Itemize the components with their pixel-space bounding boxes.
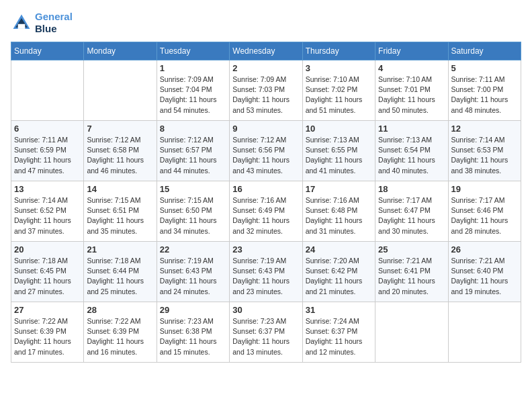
day-number: 7	[87, 124, 153, 134]
logo: General Blue	[11, 11, 73, 35]
calendar-cell: 21Sunrise: 7:18 AMSunset: 6:44 PMDayligh…	[84, 242, 157, 302]
calendar-cell: 1Sunrise: 7:09 AMSunset: 7:04 PMDaylight…	[157, 60, 229, 121]
day-number: 17	[306, 184, 372, 194]
logo-text: General Blue	[35, 11, 73, 35]
day-info: Sunrise: 7:21 AMSunset: 6:41 PMDaylight:…	[378, 256, 445, 297]
calendar-cell: 14Sunrise: 7:15 AMSunset: 6:51 PMDayligh…	[84, 181, 157, 242]
day-number: 3	[306, 63, 372, 73]
calendar-cell: 28Sunrise: 7:22 AMSunset: 6:39 PMDayligh…	[84, 302, 157, 363]
day-info: Sunrise: 7:14 AMSunset: 6:53 PMDaylight:…	[451, 135, 518, 176]
svg-rect-2	[18, 24, 26, 29]
day-number: 1	[160, 63, 226, 73]
calendar-cell: 7Sunrise: 7:12 AMSunset: 6:58 PMDaylight…	[84, 121, 157, 181]
day-info: Sunrise: 7:18 AMSunset: 6:44 PMDaylight:…	[87, 256, 153, 297]
day-info: Sunrise: 7:21 AMSunset: 6:40 PMDaylight:…	[451, 256, 518, 297]
day-info: Sunrise: 7:14 AMSunset: 6:52 PMDaylight:…	[14, 195, 81, 236]
calendar-body: 1Sunrise: 7:09 AMSunset: 7:04 PMDaylight…	[11, 60, 521, 363]
weekday-label: Saturday	[448, 42, 521, 60]
calendar-cell: 25Sunrise: 7:21 AMSunset: 6:41 PMDayligh…	[375, 242, 448, 302]
day-info: Sunrise: 7:12 AMSunset: 6:57 PMDaylight:…	[160, 135, 226, 176]
day-number: 4	[378, 63, 445, 73]
calendar-cell: 12Sunrise: 7:14 AMSunset: 6:53 PMDayligh…	[448, 121, 521, 181]
calendar-cell: 13Sunrise: 7:14 AMSunset: 6:52 PMDayligh…	[11, 181, 84, 242]
day-number: 6	[14, 124, 81, 134]
weekday-label: Friday	[375, 42, 448, 60]
calendar-cell: 5Sunrise: 7:11 AMSunset: 7:00 PMDaylight…	[448, 60, 521, 121]
day-info: Sunrise: 7:09 AMSunset: 7:03 PMDaylight:…	[232, 75, 299, 116]
day-info: Sunrise: 7:23 AMSunset: 6:37 PMDaylight:…	[232, 316, 299, 357]
day-number: 18	[378, 184, 445, 194]
day-info: Sunrise: 7:16 AMSunset: 6:48 PMDaylight:…	[306, 195, 372, 236]
day-number: 20	[14, 244, 81, 255]
weekday-header-row: SundayMondayTuesdayWednesdayThursdayFrid…	[11, 42, 521, 60]
day-number: 30	[232, 305, 299, 315]
day-number: 23	[232, 244, 299, 255]
calendar-cell: 6Sunrise: 7:11 AMSunset: 6:59 PMDaylight…	[11, 121, 84, 181]
day-number: 28	[87, 305, 153, 315]
calendar-cell: 27Sunrise: 7:22 AMSunset: 6:39 PMDayligh…	[11, 302, 84, 363]
calendar-cell: 4Sunrise: 7:10 AMSunset: 7:01 PMDaylight…	[375, 60, 448, 121]
day-info: Sunrise: 7:17 AMSunset: 6:47 PMDaylight:…	[378, 195, 445, 236]
day-number: 13	[14, 184, 81, 194]
calendar-week-row: 20Sunrise: 7:18 AMSunset: 6:45 PMDayligh…	[11, 242, 521, 302]
day-number: 15	[160, 184, 226, 194]
calendar-cell: 18Sunrise: 7:17 AMSunset: 6:47 PMDayligh…	[375, 181, 448, 242]
day-number: 2	[232, 63, 299, 73]
day-number: 24	[306, 244, 372, 255]
calendar-week-row: 1Sunrise: 7:09 AMSunset: 7:04 PMDaylight…	[11, 60, 521, 121]
calendar-cell: 19Sunrise: 7:17 AMSunset: 6:46 PMDayligh…	[448, 181, 521, 242]
day-info: Sunrise: 7:17 AMSunset: 6:46 PMDaylight:…	[451, 195, 518, 236]
day-info: Sunrise: 7:19 AMSunset: 6:43 PMDaylight:…	[160, 256, 226, 297]
calendar-cell: 20Sunrise: 7:18 AMSunset: 6:45 PMDayligh…	[11, 242, 84, 302]
day-info: Sunrise: 7:11 AMSunset: 6:59 PMDaylight:…	[14, 135, 81, 176]
calendar-cell	[375, 302, 448, 363]
day-number: 21	[87, 244, 153, 255]
page-header: General Blue	[11, 11, 521, 35]
calendar-cell	[84, 60, 157, 121]
day-number: 14	[87, 184, 153, 194]
day-info: Sunrise: 7:12 AMSunset: 6:58 PMDaylight:…	[87, 135, 153, 176]
day-info: Sunrise: 7:13 AMSunset: 6:54 PMDaylight:…	[378, 135, 445, 176]
weekday-label: Tuesday	[157, 42, 229, 60]
calendar-week-row: 13Sunrise: 7:14 AMSunset: 6:52 PMDayligh…	[11, 181, 521, 242]
calendar-cell: 29Sunrise: 7:23 AMSunset: 6:38 PMDayligh…	[157, 302, 229, 363]
calendar-cell: 2Sunrise: 7:09 AMSunset: 7:03 PMDaylight…	[230, 60, 302, 121]
day-info: Sunrise: 7:22 AMSunset: 6:39 PMDaylight:…	[87, 316, 153, 357]
day-number: 16	[232, 184, 299, 194]
weekday-label: Thursday	[302, 42, 375, 60]
day-number: 12	[451, 124, 518, 134]
day-info: Sunrise: 7:24 AMSunset: 6:37 PMDaylight:…	[306, 316, 372, 357]
day-info: Sunrise: 7:23 AMSunset: 6:38 PMDaylight:…	[160, 316, 226, 357]
day-number: 22	[160, 244, 226, 255]
day-number: 19	[451, 184, 518, 194]
calendar-cell: 10Sunrise: 7:13 AMSunset: 6:55 PMDayligh…	[302, 121, 375, 181]
day-info: Sunrise: 7:19 AMSunset: 6:43 PMDaylight:…	[232, 256, 299, 297]
day-number: 5	[451, 63, 518, 73]
day-info: Sunrise: 7:20 AMSunset: 6:42 PMDaylight:…	[306, 256, 372, 297]
calendar-cell: 30Sunrise: 7:23 AMSunset: 6:37 PMDayligh…	[230, 302, 302, 363]
day-number: 26	[451, 244, 518, 255]
day-info: Sunrise: 7:13 AMSunset: 6:55 PMDaylight:…	[306, 135, 372, 176]
day-number: 31	[306, 305, 372, 315]
calendar-cell: 3Sunrise: 7:10 AMSunset: 7:02 PMDaylight…	[302, 60, 375, 121]
calendar-cell: 26Sunrise: 7:21 AMSunset: 6:40 PMDayligh…	[448, 242, 521, 302]
calendar-cell: 31Sunrise: 7:24 AMSunset: 6:37 PMDayligh…	[302, 302, 375, 363]
day-info: Sunrise: 7:10 AMSunset: 7:01 PMDaylight:…	[378, 75, 445, 116]
weekday-label: Wednesday	[230, 42, 302, 60]
calendar-cell: 17Sunrise: 7:16 AMSunset: 6:48 PMDayligh…	[302, 181, 375, 242]
day-number: 27	[14, 305, 81, 315]
calendar-cell: 23Sunrise: 7:19 AMSunset: 6:43 PMDayligh…	[230, 242, 302, 302]
day-number: 8	[160, 124, 226, 134]
day-info: Sunrise: 7:09 AMSunset: 7:04 PMDaylight:…	[160, 75, 226, 116]
calendar-cell: 8Sunrise: 7:12 AMSunset: 6:57 PMDaylight…	[157, 121, 229, 181]
calendar-cell	[448, 302, 521, 363]
calendar-cell: 22Sunrise: 7:19 AMSunset: 6:43 PMDayligh…	[157, 242, 229, 302]
day-number: 11	[378, 124, 445, 134]
day-info: Sunrise: 7:18 AMSunset: 6:45 PMDaylight:…	[14, 256, 81, 297]
day-info: Sunrise: 7:10 AMSunset: 7:02 PMDaylight:…	[306, 75, 372, 116]
calendar-cell	[11, 60, 84, 121]
day-info: Sunrise: 7:12 AMSunset: 6:56 PMDaylight:…	[232, 135, 299, 176]
day-info: Sunrise: 7:11 AMSunset: 7:00 PMDaylight:…	[451, 75, 518, 116]
day-info: Sunrise: 7:16 AMSunset: 6:49 PMDaylight:…	[232, 195, 299, 236]
day-info: Sunrise: 7:15 AMSunset: 6:51 PMDaylight:…	[87, 195, 153, 236]
